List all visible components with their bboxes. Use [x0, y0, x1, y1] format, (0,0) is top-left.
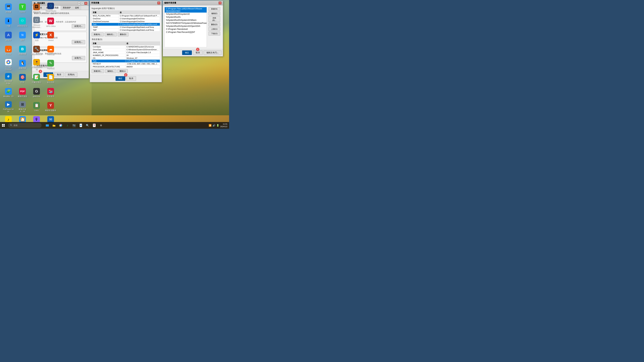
desktop-icon-potplayer[interactable]: ▶ PotPlayer 64 bit — [2, 100, 15, 114]
desktop-icon-pdfreader[interactable]: PDF 断格式读器 — [16, 86, 29, 99]
editenv-browse-btn[interactable]: 浏览(B)... — [208, 16, 220, 22]
taskbar-music-icon[interactable]: ♪ — [64, 122, 70, 128]
desktop-icon-photo[interactable]: 🖼 图标处理 — [30, 2, 43, 15]
sys-var-row-comspec[interactable]: ComSpec C:\WINDOWS\system32\cmd.exe — [92, 45, 160, 48]
taskbar-youdao-icon[interactable]: Y — [91, 122, 97, 128]
taskbar-search2-icon[interactable]: 🔍 — [84, 122, 90, 128]
desktop-icon-360[interactable]: 🛡 360安全卫士 — [16, 16, 29, 29]
envvar-ok-btn[interactable]: 确定 — [116, 76, 125, 81]
desktop-icon-bilibili[interactable]: B 哔哩哔哩 — [16, 44, 29, 57]
desktop-icon-alow[interactable]: A alow.io — [2, 30, 15, 43]
sys-var-row-path[interactable]: Path C:\Program Files (x86)\VMware\VMwar… — [92, 60, 160, 62]
desktop-icon-firefox[interactable]: 🦊 Firefox — [2, 44, 15, 57]
editenv-edittext-btn[interactable]: 编辑文本(T)... — [204, 50, 222, 55]
desktop-icon-typora[interactable]: T Typora — [16, 2, 29, 15]
user-var-row-path[interactable]: Path C:\Users\liuguanglei\AppData\Local\… — [92, 23, 160, 26]
editenv-edit-btn[interactable]: 编辑(E) — [208, 11, 220, 15]
desktop-icon-mindmap[interactable]: 🧩 MindMa...23 — [2, 86, 15, 99]
editenv-item-vmware[interactable]: C:\Program Files (x86)\VMware\VMware Wor… — [165, 7, 206, 12]
sysprop-close-btn[interactable]: ✕ — [84, 2, 88, 5]
desktop-icon-down[interactable]: ⬇ 下载 — [2, 16, 15, 29]
sys-edit-btn[interactable]: 编辑(I)... — [105, 69, 116, 73]
user-var-row-moz[interactable]: MOZ_PLUGIN_PATH C:\Program Files (x86)\F… — [92, 14, 160, 17]
pdfreader-icon: PDF — [19, 88, 26, 95]
desktop-icon-computer[interactable]: 🖥️ 此电脑 — [2, 2, 15, 15]
editenv-item-sysroot32[interactable]: %SystemRoot%\system32 — [165, 12, 206, 15]
taskbar-chrome-icon[interactable] — [58, 122, 64, 128]
user-delete-btn[interactable]: 删除(D) — [118, 32, 128, 36]
editenv-delete-btn[interactable]: 删除(D) — [208, 23, 220, 26]
taskbar-browser2-icon[interactable]: e — [78, 122, 84, 128]
svg-point-1 — [8, 61, 9, 63]
envvar-close-btn[interactable]: ✕ — [157, 1, 160, 4]
editenv-window: 编辑环境变量 ✕ C:\Program Files (x86)\VMware\V… — [163, 0, 223, 56]
desktop-icon-grid[interactable]: ⊞ 断格式读大...bit — [16, 100, 29, 114]
user-edit-btn[interactable]: 编辑(E)... — [105, 32, 117, 36]
taskbar-search-box[interactable]: 🔍 搜索 — [8, 123, 42, 128]
user-var-row-tmp[interactable]: TMP C:\Users\liuguanglei\AppData\Local\T… — [92, 29, 160, 31]
taskbar-folder-icon[interactable] — [51, 122, 57, 128]
sysprop-maximize-btn[interactable]: □ — [81, 2, 84, 5]
desktop-icon-edge[interactable]: e Microsoft Edge — [2, 72, 15, 85]
sys-var-row-nproc[interactable]: NUMBER_OF_PROCESSORS 24 — [92, 54, 160, 57]
svg-rect-2 — [2, 124, 3, 125]
editenv-item-wbem[interactable]: %SystemRoot%\System32\Wbem — [165, 18, 206, 22]
editenv-cancel-btn[interactable]: 取消 — [193, 50, 202, 55]
desktop-icon-vs[interactable]: ⬡ Visual Studio Code — [44, 2, 57, 15]
desktop-icon-jinshan[interactable]: 📄 金山文档 — [44, 72, 57, 85]
taskbar-explorer-icon[interactable] — [44, 122, 50, 128]
editenv-item-sysroot[interactable]: %SystemRoot% — [165, 15, 206, 18]
sys-delete-btn[interactable]: 删除(L) — [118, 69, 128, 73]
sysprop-minimize-btn[interactable]: — — [78, 2, 81, 5]
editenv-item-powershell[interactable]: %SYSTEMROOT%\System32\WindowsPowerShell\… — [165, 22, 206, 25]
desktop-icon-chrome[interactable]: Google Chrome — [2, 58, 15, 71]
user-var-row-onedrive[interactable]: OneDrive C:\Users\liuguanglei\OneDrive — [92, 17, 160, 20]
sys-var-row-os[interactable]: OS Windows_NT — [92, 57, 160, 60]
desktop-icon-listry[interactable]: 📋 Listry — [30, 100, 43, 114]
desktop-icon-wps[interactable]: W WPS Office — [44, 16, 57, 29]
editenv-ok-btn[interactable]: 确定 — [182, 50, 192, 55]
taskbar-time[interactable]: 11:01 2024/1/2 — [220, 123, 228, 128]
desktop-icon-aliyun[interactable]: ☁ 阿里云盘 — [44, 44, 57, 57]
sys-var-row-driverdata[interactable]: DriverData C:\Windows\System32\Drivers\D… — [92, 48, 160, 51]
editenv-down-btn[interactable]: 下移(O) — [208, 32, 220, 35]
editenv-item-qqnt[interactable]: C:\Program Files\Tencent\QQNT — [165, 31, 206, 34]
perf-settings-btn[interactable]: 设置(V)... — [72, 24, 85, 28]
user-new-btn[interactable]: 新建(N)... — [92, 32, 104, 36]
tab-remote[interactable]: 远程 — [73, 6, 81, 10]
editenv-close-btn[interactable]: ✕ — [218, 1, 222, 4]
desktop-icon-xunlei[interactable]: ⚡ 迅雷 — [30, 30, 43, 43]
desktop-icon-yinxiang[interactable]: 📝 印象云笔记 — [30, 72, 43, 85]
tab-system-protection[interactable]: 系统保护 — [61, 6, 73, 10]
startup-settings-btn[interactable]: 设置(T)... — [72, 56, 85, 60]
desktop-icon-nettools[interactable]: 🔧 网络调试工具 — [30, 44, 43, 57]
desktop-icon-xiangri[interactable]: 🌻 向日葵远程控制 — [30, 58, 43, 71]
desktop-icon-jingdong[interactable]: 📚 京东读书 — [44, 86, 57, 99]
desktop-icon-youdao[interactable]: ✎ 印象笔记 — [44, 58, 57, 71]
taskbar-settings-icon[interactable]: ⚙ — [98, 122, 104, 128]
desktop-icon-xmind[interactable]: X Xmind — [44, 30, 57, 43]
desktop-icon-wangyi[interactable]: Y 网易有道翻译 — [44, 100, 57, 114]
taskbar-camera-icon[interactable]: 📷 — [71, 122, 77, 128]
desktop-icon-diannaoguan[interactable]: 🐧 电脑管家 — [16, 58, 29, 71]
envvar-cancel-btn[interactable]: 取消 — [126, 76, 136, 81]
desktop-icon-vmware[interactable]: ◻ VMware Workstati... — [30, 16, 43, 29]
desktop-icon-geek[interactable]: G geek.exe — [30, 86, 43, 99]
editenv-item-openssh[interactable]: %SystemRoot%\System32\OpenSSH\ — [165, 25, 206, 28]
start-button[interactable] — [0, 122, 7, 129]
sys-var-row-arch[interactable]: PROCESSOR_ARCHITECTURE AMD64 — [92, 65, 160, 68]
editenv-item-dotnet[interactable]: C:\Program Files\dotnet\ — [165, 28, 206, 31]
user-var-row-onedrivecon[interactable]: OneDriveConsumer C:\Users\liuguanglei\On… — [92, 20, 160, 23]
desktop-icon-daji[interactable]: 🎯 打击 — [16, 72, 29, 85]
sysprop-apply-btn[interactable]: 应用(A) — [65, 72, 77, 77]
editenv-list[interactable]: C:\Program Files (x86)\VMware\VMware Wor… — [164, 7, 207, 47]
editenv-new-btn[interactable]: 新建(N) — [208, 7, 220, 11]
sys-var-row-java[interactable]: JAVA_HOME C:\Program Files\Java\jdk-1.8 — [92, 51, 160, 54]
editenv-up-btn[interactable]: 上移(U) — [208, 27, 220, 31]
profile-settings-btn[interactable]: 设置(E)... — [72, 40, 85, 44]
sys-new-btn[interactable]: 新建(W)... — [92, 69, 104, 73]
editenv-bottom: 1 确定 取消 编辑文本(T)... — [163, 49, 223, 56]
desktop-icon-zhihu[interactable]: 知 知乎 — [16, 30, 29, 43]
sys-var-row-pathext[interactable]: PATHEXT .COM;.EXE;.BAT;.CMD;.VBS;.VBE;.J… — [92, 62, 160, 65]
user-var-row-temp[interactable]: TEMP C:\Users\liuguanglei\AppData\Local\… — [92, 26, 160, 29]
